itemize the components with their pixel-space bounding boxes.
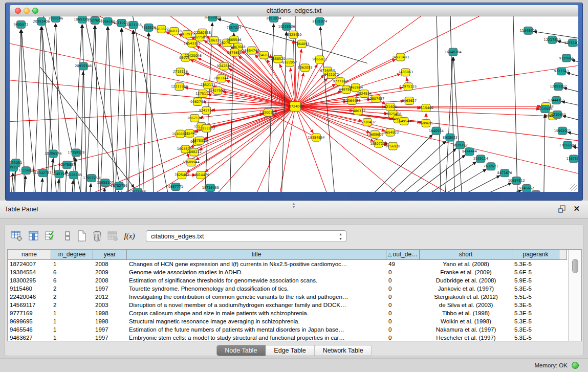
node-1640954[interactable]: 1640954 <box>429 127 444 135</box>
selected-node-1864093[interactable]: 1864093 <box>295 40 310 48</box>
edge[interactable] <box>427 183 512 192</box>
edge[interactable] <box>88 183 91 192</box>
table-select-icon[interactable] <box>44 229 57 243</box>
node-7857224[interactable]: 7857224 <box>227 24 242 31</box>
selected-edge[interactable] <box>295 49 301 106</box>
node-7632621[interactable]: 7632621 <box>484 163 498 170</box>
edge[interactable] <box>380 155 466 192</box>
edge[interactable] <box>436 16 441 192</box>
node-2935114[interactable]: 2935114 <box>473 155 488 163</box>
table-row[interactable]: 1938455462009Genome-wide association stu… <box>8 268 568 276</box>
selected-node-7852113[interactable]: 7852113 <box>201 81 215 89</box>
table-row[interactable]: 1830029562008Estimation of significance … <box>8 276 568 285</box>
node-6879197[interactable]: 6879197 <box>453 141 468 149</box>
edge[interactable] <box>142 33 149 192</box>
edge[interactable] <box>567 73 578 82</box>
column-header-out_de[interactable]: △out_de… <box>386 250 420 260</box>
selected-node-1275112[interactable]: 1275112 <box>195 90 210 98</box>
selected-node-7625402[interactable]: 7625402 <box>175 171 189 179</box>
edge[interactable] <box>391 162 476 192</box>
column-header-name[interactable]: name <box>8 250 51 260</box>
table-row[interactable]: 946362711997Embryonic stem cells: a mode… <box>8 334 568 341</box>
selected-node-9462744[interactable]: 9462744 <box>190 98 205 106</box>
edge[interactable] <box>108 27 115 192</box>
selected-node-2718126[interactable]: 2718126 <box>173 68 188 76</box>
node-15751074[interactable]: 15751074 <box>564 39 578 47</box>
edge[interactable] <box>416 176 500 192</box>
edge[interactable] <box>543 114 545 192</box>
edge[interactable] <box>134 30 141 192</box>
edge[interactable] <box>128 30 134 192</box>
node-15716485[interactable]: 15716485 <box>202 184 219 192</box>
edge[interactable] <box>563 88 578 98</box>
node-12505185[interactable]: 12505185 <box>65 171 82 179</box>
node-8813034[interactable]: 8813034 <box>267 16 281 22</box>
node-17359928[interactable]: 17359928 <box>68 149 84 157</box>
column-header-title[interactable]: title <box>127 250 386 260</box>
edge[interactable] <box>513 16 518 192</box>
node-2093146[interactable]: 2093146 <box>48 16 63 22</box>
table-row[interactable]: 1872400712008Changes of HCN gene express… <box>8 260 568 268</box>
column-header-year[interactable]: year <box>93 250 127 260</box>
close-panel-icon[interactable]: ✕ <box>573 204 580 213</box>
table-row[interactable]: 911546021997Tourette syndrome. Phenomeno… <box>8 285 568 293</box>
node-11548908[interactable]: 11548908 <box>520 27 537 34</box>
edge[interactable] <box>573 146 578 155</box>
column-header-in_degree[interactable]: in_degree <box>51 250 93 260</box>
node-9245652[interactable]: 9245652 <box>519 185 534 192</box>
rows-icon[interactable] <box>61 229 74 243</box>
edge[interactable] <box>33 27 41 192</box>
table-settings-icon[interactable] <box>10 229 24 243</box>
table-row[interactable]: 1456911722003Disruption of a novel membe… <box>8 301 568 309</box>
node-10975887[interactable]: 10975887 <box>58 161 75 169</box>
edge[interactable] <box>361 141 446 192</box>
selected-node-9115460[interactable]: 9115460 <box>419 104 433 112</box>
network-window-titlebar[interactable]: citations_edges.txt <box>10 5 578 16</box>
table-scrollbar[interactable] <box>568 250 581 341</box>
selected-edge[interactable] <box>30 106 295 192</box>
edge[interactable] <box>122 28 128 192</box>
pane-divider-grip[interactable]: ▲▼ <box>290 202 297 205</box>
column-header-filler[interactable] <box>559 250 567 260</box>
edge[interactable] <box>371 148 456 192</box>
selected-node-19384554[interactable]: 19384554 <box>308 134 324 141</box>
node-11342737[interactable]: 11342737 <box>34 169 51 177</box>
node-1115688[interactable]: 1115688 <box>19 167 34 174</box>
node-12093832[interactable]: 12093832 <box>550 83 567 91</box>
node-12444155[interactable]: 12444155 <box>548 97 565 104</box>
table-row[interactable]: 977716911998Corpus callosum shape and si… <box>8 309 568 317</box>
table-row[interactable]: 969969511998Structural magnetic resonanc… <box>8 317 568 325</box>
node-17016504[interactable]: 17016504 <box>559 141 576 149</box>
node-19218506[interactable]: 19218506 <box>278 23 295 30</box>
node-8131074[interactable]: 8131074 <box>312 17 327 25</box>
node-1167533[interactable]: 1167533 <box>567 155 578 163</box>
selected-node-9756928[interactable]: 9756928 <box>385 142 400 150</box>
edge[interactable] <box>116 191 119 192</box>
selected-node-16914479[interactable]: 16914479 <box>192 171 209 179</box>
delete-table-icon[interactable] <box>106 229 119 243</box>
selected-node-15609944[interactable]: 15609944 <box>183 159 200 166</box>
edge[interactable] <box>115 28 122 192</box>
selected-node-9242752[interactable]: 9242752 <box>199 106 214 114</box>
selected-node-7485063[interactable]: 7485063 <box>398 69 413 76</box>
table-column-icon[interactable] <box>27 229 40 243</box>
edge[interactable] <box>402 169 487 192</box>
tab-edge-table[interactable]: Edge Table <box>266 345 314 356</box>
edge[interactable] <box>99 27 108 192</box>
float-panel-icon[interactable] <box>558 205 567 213</box>
edge[interactable] <box>82 25 88 192</box>
selected-node-9699695[interactable]: 9699695 <box>419 119 433 127</box>
node-9405572[interactable]: 9405572 <box>14 20 29 28</box>
column-header-short[interactable]: short <box>420 250 512 260</box>
node-1145194[interactable]: 1145194 <box>52 170 67 178</box>
node-9329966[interactable]: 9329966 <box>559 54 574 62</box>
function-builder-icon[interactable]: f(x) <box>122 229 137 243</box>
selected-node-2867134[interactable]: 2867134 <box>187 114 202 122</box>
table-selector-dropdown[interactable]: citations_edges.txt ▲▼ <box>146 230 346 242</box>
edge[interactable] <box>39 178 42 192</box>
table-row[interactable]: 946554611997Estimation of the future num… <box>8 325 568 334</box>
node-12217849[interactable]: 12217849 <box>544 36 561 43</box>
selected-node-9055812[interactable]: 9055812 <box>312 56 327 63</box>
selected-node-10688609[interactable]: 10688609 <box>366 130 383 138</box>
node-9857771[interactable]: 9857771 <box>168 183 183 191</box>
